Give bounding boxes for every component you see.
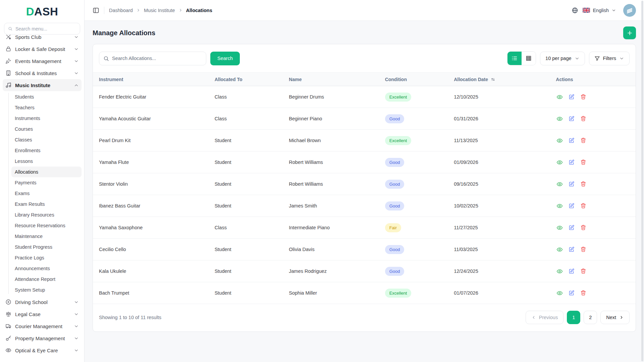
view-button[interactable] [556, 224, 564, 232]
edit-button[interactable] [568, 180, 575, 188]
sidebar-item-legal-case[interactable]: Legal Case [3, 308, 82, 320]
sidebar-subitem[interactable]: Attendance Report [11, 274, 82, 285]
view-button[interactable] [556, 180, 564, 188]
sidebar-item-music-institute[interactable]: Music Institute [3, 79, 82, 91]
delete-button[interactable] [580, 115, 587, 122]
delete-button[interactable] [580, 159, 587, 166]
sidebar-subitem[interactable]: Library Resources [11, 209, 82, 220]
grid-view-button[interactable] [522, 52, 536, 65]
avatar[interactable] [623, 4, 636, 17]
page-number-button[interactable]: 2 [584, 311, 597, 324]
sidebar-subitem[interactable]: Courses [11, 124, 82, 134]
delete-button[interactable] [580, 202, 587, 209]
sidebar-subitem[interactable]: Student Progress [11, 242, 82, 252]
edit-button[interactable] [568, 93, 575, 101]
view-button[interactable] [556, 93, 564, 101]
building-icon [5, 70, 11, 76]
breadcrumb-link[interactable]: Music Institute [144, 8, 175, 13]
list-view-button[interactable] [507, 52, 522, 65]
edit-button[interactable] [568, 159, 575, 166]
delete-button[interactable] [580, 267, 587, 275]
edit-button[interactable] [568, 137, 575, 144]
menu-search-box[interactable] [4, 23, 80, 35]
delete-button[interactable] [580, 180, 587, 188]
sort-icon[interactable] [490, 77, 496, 82]
sidebar-item-driving-school[interactable]: Driving School [3, 296, 82, 308]
delete-button[interactable] [580, 93, 587, 101]
view-button[interactable] [556, 159, 564, 166]
sidebar-toggle-icon[interactable] [93, 7, 99, 14]
list-view-icon [512, 55, 518, 61]
sidebar-item-property-management[interactable]: Property Management [3, 332, 82, 344]
uk-flag-icon [583, 8, 590, 13]
chevron-down-icon [74, 59, 79, 64]
sidebar-subitem[interactable]: Lessons [11, 156, 82, 167]
menu-search-input[interactable] [15, 26, 76, 32]
view-button[interactable] [556, 115, 564, 123]
next-page-button[interactable]: Next [600, 311, 630, 324]
sidebar-item-label: Courier Management [15, 323, 62, 329]
delete-button[interactable] [580, 137, 587, 144]
column-header-label: Instrument [99, 77, 123, 82]
edit-button[interactable] [568, 289, 575, 297]
sidebar-subitem[interactable]: Exams [11, 188, 82, 199]
edit-button[interactable] [568, 267, 575, 275]
view-button[interactable] [556, 137, 564, 144]
sidebar-subitem[interactable]: Teachers [11, 102, 82, 113]
sidebar-subitem[interactable]: Maintenance [11, 231, 82, 242]
edit-button[interactable] [568, 246, 575, 253]
sidebar-subitem[interactable]: Payments [11, 177, 82, 188]
per-page-select[interactable]: 10 per page [540, 52, 585, 65]
view-button[interactable] [556, 289, 564, 297]
edit-button[interactable] [568, 115, 575, 122]
breadcrumb-link[interactable]: Allocations [186, 8, 212, 13]
view-button[interactable] [556, 202, 564, 210]
page-number-button[interactable]: 1 [567, 311, 580, 324]
edit-button[interactable] [568, 224, 575, 231]
filters-button[interactable]: Filters [589, 52, 630, 65]
sidebar-item-courier-management[interactable]: Courier Management [3, 320, 82, 332]
delete-button[interactable] [580, 224, 587, 231]
breadcrumb-link[interactable]: Dashboard [109, 8, 133, 13]
sidebar-subitem[interactable]: System Setup [11, 285, 82, 295]
eye-icon [556, 225, 563, 231]
sidebar-item-school-institutes[interactable]: School & Institutes [3, 67, 82, 79]
sidebar-item-sports-club[interactable]: Sports Club [3, 35, 82, 43]
avatar-logo-icon [625, 6, 634, 15]
globe-icon[interactable] [572, 7, 578, 14]
sidebar-subitem[interactable]: Students [11, 92, 82, 102]
sidebar-subitem[interactable]: Classes [11, 134, 82, 145]
edit-button[interactable] [568, 202, 575, 209]
edit-pencil-icon [569, 203, 575, 209]
trash-icon [580, 246, 586, 252]
delete-button[interactable] [580, 289, 587, 297]
breadcrumb-item: Music Institute [144, 8, 186, 13]
sidebar-subitem[interactable]: Exam Results [11, 199, 82, 209]
condition-badge: Good [385, 158, 405, 167]
sidebar-item-locker-safe-deposit[interactable]: Locker & Safe Deposit [3, 43, 82, 55]
sidebar-subitem[interactable]: Practice Logs [11, 252, 82, 263]
sidebar-subitem[interactable]: Instruments [11, 113, 82, 124]
cell-allocation-date: 01/31/2026 [448, 108, 550, 130]
sidebar-subitem[interactable]: Resource Reservations [11, 220, 82, 231]
sidebar-subitem[interactable]: Allocations [11, 167, 82, 177]
chevron-down-icon [74, 324, 79, 329]
add-allocation-button[interactable] [623, 26, 636, 39]
delete-button[interactable] [580, 246, 587, 253]
window-scrollbar[interactable] [641, 1, 643, 361]
allocations-search-box[interactable] [99, 52, 206, 65]
sidebar-subitem[interactable]: Enrollments [11, 145, 82, 156]
previous-page-button[interactable]: Previous [526, 311, 564, 324]
cell-allocated-to: Student [209, 239, 283, 260]
sidebar-item-optical-eye-care[interactable]: Optical & Eye Care [3, 344, 82, 356]
search-button[interactable]: Search [210, 52, 240, 65]
column-header-label: Name [289, 77, 302, 82]
sidebar-subitem[interactable]: Announcements [11, 263, 82, 274]
sidebar-item-events-management[interactable]: Events Management [3, 55, 82, 67]
topbar: Dashboard Music Institute Allocations En… [85, 0, 644, 21]
view-button[interactable] [556, 267, 564, 275]
language-selector[interactable]: English [583, 8, 616, 13]
view-button[interactable] [556, 246, 564, 253]
allocations-search-input[interactable] [112, 56, 202, 61]
edit-pencil-icon [569, 246, 575, 252]
